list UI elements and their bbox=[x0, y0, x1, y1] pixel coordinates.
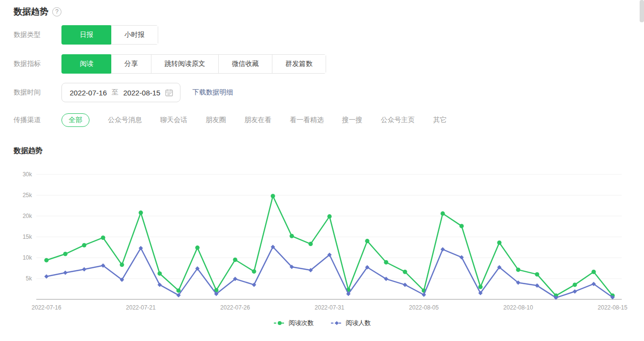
data-point[interactable] bbox=[441, 211, 445, 216]
channel-option[interactable]: 全部 bbox=[61, 113, 90, 127]
date-separator: 至 bbox=[112, 88, 119, 97]
metric-tab[interactable]: 阅读 bbox=[61, 54, 112, 74]
data-point[interactable] bbox=[233, 258, 238, 262]
data-point[interactable] bbox=[384, 260, 389, 264]
x-axis-tick: 2022-07-31 bbox=[315, 304, 344, 311]
data-type-row: 数据类型 日报小时报 bbox=[14, 25, 158, 45]
data-point[interactable] bbox=[45, 258, 49, 263]
channel-option[interactable]: 朋友在看 bbox=[244, 116, 271, 124]
data-point[interactable] bbox=[195, 246, 200, 250]
data-point[interactable] bbox=[63, 252, 68, 256]
data-point[interactable] bbox=[101, 235, 105, 240]
channel-filter-list: 全部公众号消息聊天会话朋友圈朋友在看看一看精选搜一搜公众号主页其它 bbox=[61, 113, 447, 127]
data-type-label: 数据类型 bbox=[14, 31, 61, 39]
data-point[interactable] bbox=[479, 285, 483, 289]
data-point[interactable] bbox=[82, 267, 87, 272]
data-point[interactable] bbox=[120, 263, 124, 267]
wechat-mp-trend-page: 数据趋势 ? 数据类型 日报小时报 数据指标 阅读分享跳转阅读原文微信收藏群发篇… bbox=[0, 0, 644, 341]
data-point[interactable] bbox=[139, 211, 143, 215]
x-axis-tick: 2022-08-10 bbox=[503, 304, 533, 311]
x-axis-tick: 2022-08-15 bbox=[598, 304, 628, 311]
scrollbar-thumb[interactable] bbox=[640, 0, 644, 22]
series-line bbox=[46, 196, 613, 296]
metric-tabs: 阅读分享跳转阅读原文微信收藏群发篇数 bbox=[61, 54, 326, 74]
page-title: 数据趋势 bbox=[14, 6, 48, 17]
data-point[interactable] bbox=[460, 255, 464, 260]
data-type-tabs: 日报小时报 bbox=[61, 25, 158, 45]
data-type-tab[interactable]: 日报 bbox=[61, 25, 112, 45]
legend-label: 阅读人数 bbox=[346, 319, 371, 327]
legend-label: 阅读次数 bbox=[289, 319, 314, 327]
y-axis-tick: 25k bbox=[23, 192, 32, 199]
metric-tab[interactable]: 微信收藏 bbox=[218, 55, 272, 73]
start-date: 2022-07-16 bbox=[70, 89, 107, 97]
legend-read-users[interactable]: 阅读人数 bbox=[330, 319, 371, 327]
help-icon[interactable]: ? bbox=[52, 7, 61, 16]
metric-label: 数据指标 bbox=[14, 60, 61, 68]
chart-section-title: 数据趋势 bbox=[14, 146, 43, 155]
data-point[interactable] bbox=[573, 289, 577, 294]
data-point[interactable] bbox=[45, 274, 49, 279]
y-axis-tick: 15k bbox=[23, 233, 32, 240]
channel-option[interactable]: 公众号消息 bbox=[108, 116, 142, 124]
chart-legend: 阅读次数阅读人数 bbox=[0, 319, 644, 327]
data-point[interactable] bbox=[535, 272, 539, 277]
channel-option[interactable]: 其它 bbox=[433, 116, 447, 124]
data-point[interactable] bbox=[252, 282, 256, 287]
metric-row: 数据指标 阅读分享跳转阅读原文微信收藏群发篇数 bbox=[14, 54, 326, 74]
channel-option[interactable]: 朋友圈 bbox=[206, 116, 226, 124]
legend-marker-icon bbox=[273, 320, 286, 326]
data-point[interactable] bbox=[158, 271, 162, 276]
y-axis-tick: 20k bbox=[23, 213, 32, 219]
data-point[interactable] bbox=[441, 247, 445, 251]
data-point[interactable] bbox=[271, 194, 275, 198]
channel-label: 传播渠道 bbox=[14, 116, 61, 124]
data-point[interactable] bbox=[403, 282, 407, 287]
x-axis-tick: 2022-08-05 bbox=[409, 304, 439, 311]
data-point[interactable] bbox=[460, 224, 464, 228]
channel-option[interactable]: 公众号主页 bbox=[381, 116, 415, 124]
date-range-picker[interactable]: 2022-07-16 至 2022-08-15 bbox=[61, 83, 180, 102]
x-axis-tick: 2022-07-16 bbox=[31, 304, 61, 311]
metric-tab[interactable]: 分享 bbox=[111, 55, 151, 73]
data-point[interactable] bbox=[592, 270, 596, 274]
data-point[interactable] bbox=[309, 242, 313, 246]
x-axis-tick: 2022-07-21 bbox=[126, 304, 156, 311]
time-label: 数据时间 bbox=[14, 88, 61, 97]
download-details-link[interactable]: 下载数据明细 bbox=[192, 88, 233, 97]
channel-option[interactable]: 搜一搜 bbox=[342, 116, 362, 124]
data-point[interactable] bbox=[63, 270, 68, 275]
page-header: 数据趋势 ? bbox=[14, 6, 61, 17]
legend-read-count[interactable]: 阅读次数 bbox=[273, 319, 314, 327]
data-type-tab[interactable]: 小时报 bbox=[111, 26, 158, 44]
y-axis-tick: 10k bbox=[23, 254, 32, 261]
data-point[interactable] bbox=[497, 241, 502, 245]
data-point[interactable] bbox=[290, 234, 294, 238]
data-point[interactable] bbox=[365, 239, 370, 243]
trend-line-chart[interactable]: 5k10k15k20k25k30k2022-07-162022-07-21202… bbox=[0, 164, 644, 315]
legend-marker-icon bbox=[330, 320, 343, 326]
data-point[interactable] bbox=[422, 293, 426, 297]
x-axis-tick: 2022-07-26 bbox=[220, 304, 250, 311]
data-point[interactable] bbox=[252, 269, 256, 274]
metric-tab[interactable]: 群发篇数 bbox=[272, 55, 326, 73]
end-date: 2022-08-15 bbox=[123, 89, 161, 97]
series-read-count bbox=[45, 194, 615, 298]
y-axis-tick: 5k bbox=[26, 275, 32, 282]
y-axis-tick: 30k bbox=[23, 171, 32, 178]
calendar-icon bbox=[165, 89, 173, 97]
data-point[interactable] bbox=[328, 214, 332, 218]
data-point[interactable] bbox=[82, 243, 87, 248]
time-row: 数据时间 2022-07-16 至 2022-08-15 下载数据明细 bbox=[14, 83, 233, 102]
data-point[interactable] bbox=[516, 267, 521, 272]
metric-tab[interactable]: 跳转阅读原文 bbox=[151, 55, 218, 73]
channel-row: 传播渠道 全部公众号消息聊天会话朋友圈朋友在看看一看精选搜一搜公众号主页其它 bbox=[14, 113, 447, 127]
data-point[interactable] bbox=[403, 270, 407, 274]
channel-option[interactable]: 聊天会话 bbox=[160, 116, 187, 124]
channel-option[interactable]: 看一看精选 bbox=[290, 116, 324, 124]
data-point[interactable] bbox=[573, 282, 577, 287]
